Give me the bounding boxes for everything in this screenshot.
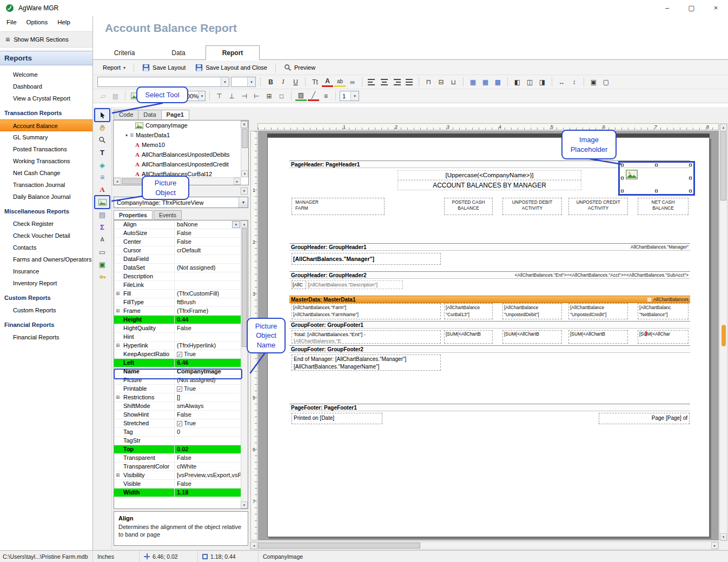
valign-middle-icon[interactable]: ⊟ <box>435 77 447 88</box>
property-row-fill[interactable]: ⊞Fill(TfrxCustomFill) <box>114 290 241 298</box>
menu-help[interactable]: Help <box>57 19 70 29</box>
sidebar-item-check-voucher-detail[interactable]: Check Voucher Detail <box>0 230 92 242</box>
scroll-left-icon[interactable]: ◂ <box>114 178 121 185</box>
tree-item-companyimage[interactable]: CompanyImage <box>114 121 241 130</box>
highlight-color-icon[interactable]: ab <box>334 77 346 87</box>
column-header-cell[interactable]: NET CASHBALANCE <box>638 198 689 215</box>
same-height-icon[interactable]: ↕ <box>568 77 580 88</box>
zoom-tool[interactable] <box>95 134 109 146</box>
key-tool[interactable] <box>95 271 109 283</box>
scroll-down-icon[interactable]: ▾ <box>241 501 248 509</box>
sidebar-item-posted-transactions[interactable]: Posted Transactions <box>0 143 92 155</box>
frame-top-icon[interactable]: ⊤ <box>214 91 225 102</box>
sidebar-item-welcome[interactable]: Welcome <box>0 69 92 81</box>
property-row-keepaspectratio[interactable]: KeepAspectRatio✓True <box>114 350 241 359</box>
subreport-tool[interactable]: ▤ <box>95 209 109 220</box>
band-groupheader2[interactable]: GroupHeader: GroupHeader2 <AllChartBalan… <box>289 271 690 279</box>
expand-icon[interactable]: ⊞ <box>116 309 120 313</box>
shape-tool[interactable]: ▭ <box>95 246 109 258</box>
column-header-cell[interactable]: MANAGERFARM <box>292 198 385 215</box>
fill-color-icon[interactable]: ▨ <box>295 91 307 101</box>
save-layout-button[interactable]: Save Layout <box>138 62 190 73</box>
printed-on-memo[interactable]: Printed on [Date] <box>292 413 382 424</box>
scroll-down-icon[interactable]: ▾ <box>241 170 248 177</box>
menu-file[interactable]: File <box>6 19 17 29</box>
scroll-left-icon[interactable]: ◂ <box>250 542 257 549</box>
select-tool[interactable] <box>95 109 109 121</box>
expand-icon[interactable]: ⊞ <box>116 343 120 348</box>
align-right-icon[interactable] <box>391 77 402 88</box>
groupfooter2-memo[interactable]: End of Manager: [AllChartBalances."Manag… <box>292 354 441 371</box>
sidebar-item-daily-balance-journal[interactable]: Daily Balance Journal <box>0 191 92 203</box>
property-row-hyperlink[interactable]: ⊞Hyperlink(TfrxHyperlink) <box>114 342 241 350</box>
doc-tab-page1[interactable]: Page1 <box>161 110 189 120</box>
picture-object-tool[interactable] <box>95 196 109 208</box>
report-menu-button[interactable]: Report ▾ <box>98 63 130 72</box>
image-placeholder-highlight[interactable] <box>618 161 695 196</box>
frame-bottom-icon[interactable]: ⊥ <box>226 91 237 102</box>
frame-left-icon[interactable]: ⊣ <box>239 91 250 102</box>
italic-icon[interactable]: I <box>277 77 289 88</box>
font-color-icon[interactable]: A <box>322 77 333 87</box>
send-to-back-icon[interactable]: ▢ <box>600 77 612 88</box>
scrollbar-thumb[interactable] <box>258 543 420 548</box>
underline-icon[interactable]: U <box>290 77 301 88</box>
property-row-visibility[interactable]: ⊞Visibility[vsPreview,vsExport,vsPr <box>114 471 241 480</box>
property-row-hint[interactable]: Hint <box>114 333 241 342</box>
masterdata-cell[interactable]: [AllChartBalance"CurBal13"] <box>444 303 493 319</box>
sidebar-item-check-register[interactable]: Check Register <box>0 218 92 230</box>
align-left-icon[interactable] <box>366 77 378 88</box>
text-tool[interactable]: T <box>95 146 109 158</box>
property-row-height[interactable]: Height0.44 <box>114 316 241 324</box>
collapse-icon[interactable]: ▾ <box>125 133 128 138</box>
band-tool[interactable]: ≡ <box>95 171 109 183</box>
new-object-icon[interactable]: ▱ <box>97 91 109 102</box>
sidebar-item-gl-summary[interactable]: GL Summary <box>0 131 92 143</box>
property-row-restrictions[interactable]: ⊞Restrictions[] <box>114 393 241 402</box>
font-family-select[interactable]: ▾ <box>97 77 229 87</box>
property-row-width[interactable]: Width1.18 <box>114 489 241 497</box>
page-number-memo[interactable]: Page [Page] of <box>599 413 690 424</box>
sidebar-item-insurance[interactable]: Insurance <box>0 265 92 277</box>
sum-cell[interactable]: [SUM(<AllChartB <box>444 330 493 344</box>
checkbox-tool[interactable]: ▣ <box>95 258 109 270</box>
align-to-grid-icon[interactable]: ▦ <box>480 77 491 88</box>
property-row-hightquality[interactable]: HightQualityFalse <box>114 324 241 333</box>
doc-tab-data[interactable]: Data <box>138 110 161 120</box>
inspector-tab-events[interactable]: Events <box>154 210 182 220</box>
tree-item-masterdata1[interactable]: ▾≡MasterData1 <box>114 130 241 140</box>
inspector-close-icon[interactable]: × <box>241 188 248 195</box>
valign-bottom-icon[interactable]: ⊔ <box>448 77 459 88</box>
align-rights-icon[interactable]: ◨ <box>537 77 548 88</box>
sidebar-item-financial-reports[interactable]: Financial Reports <box>0 331 92 343</box>
expand-icon[interactable]: ⊞ <box>116 395 120 400</box>
tab-data[interactable]: Data <box>151 45 206 60</box>
frame-all-icon[interactable]: ⊞ <box>263 91 275 102</box>
groupheader2-description-memo[interactable]: [AllChartBalances."Description"] <box>308 280 403 289</box>
align-lefts-icon[interactable]: ◧ <box>512 77 523 88</box>
sidebar-item-account-balance[interactable]: Account Balance <box>0 119 92 131</box>
sidebar-item-dashboard[interactable]: Dashboard <box>0 81 92 92</box>
text-object-tool[interactable]: A <box>95 184 109 196</box>
sidebar-item-inventory-report[interactable]: Inventory Report <box>0 277 92 289</box>
property-row-shiftmode[interactable]: ShiftModesmAlways <box>114 402 241 411</box>
tree-item-allchartbalancesunpostedcredit[interactable]: AAllChartBalancesUnpostedCredit <box>114 159 241 169</box>
property-row-align[interactable]: AlignbaNone▾ <box>114 220 241 229</box>
band-groupheader1[interactable]: GroupHeader: GroupHeader1 AllChartBalanc… <box>289 243 690 251</box>
sidebar-item-custom-reports[interactable]: Custom Reports <box>0 304 92 316</box>
property-row-filelink[interactable]: FileLink <box>114 281 241 290</box>
scroll-right-icon[interactable]: ▸ <box>711 542 718 549</box>
sidebar-item-farms-and-owners-operators[interactable]: Farms and Owners/Operators <box>0 253 92 265</box>
groupheader1-memo[interactable]: [AllChartBalances."Manager"] <box>292 253 441 265</box>
hyperlink-icon[interactable]: ∞ <box>347 77 358 88</box>
sidebar-item-view-a-crystal-report[interactable]: View a Crystal Report <box>0 92 92 104</box>
groupheader2-small-memo[interactable]: [AllC <box>292 280 306 289</box>
line-color-icon[interactable]: ╱ <box>308 91 319 101</box>
property-row-frame[interactable]: ⊞Frame(TfrxFrame) <box>114 307 241 316</box>
frame-style-icon[interactable]: ≡ <box>320 91 332 102</box>
tree-vertical-scrollbar[interactable]: ▴ ▾ <box>241 121 248 177</box>
canvas-horizontal-scrollbar[interactable]: ◂ ▸ <box>250 541 719 550</box>
canvas-vertical-scrollbar[interactable]: ▴ ▾ <box>719 123 727 541</box>
show-grid-icon[interactable]: ▦ <box>467 77 479 88</box>
property-row-center[interactable]: CenterFalse <box>114 238 241 246</box>
